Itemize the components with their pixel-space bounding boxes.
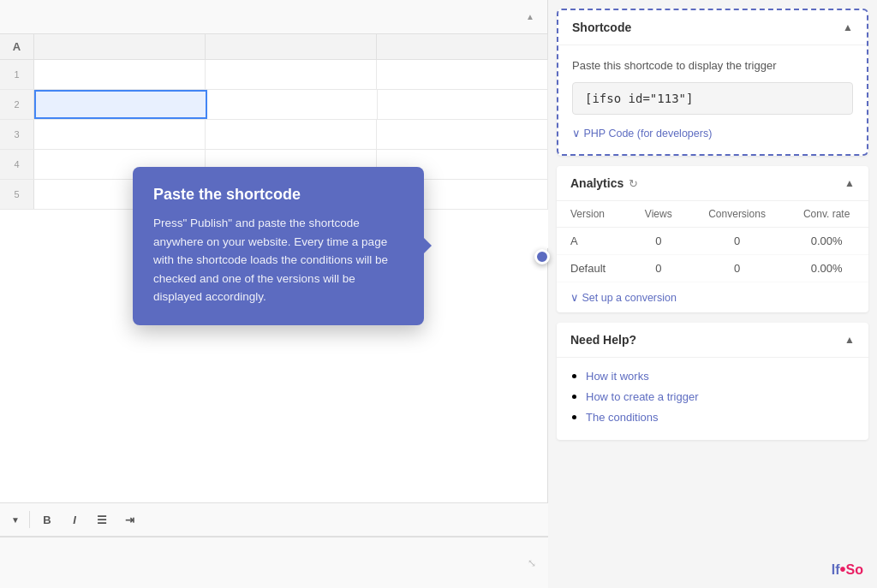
help-links-list: How it worksHow to create a triggerThe c… [570, 368, 855, 425]
list-item: How to create a trigger [586, 389, 855, 404]
editor-bottombar: ⤡ [0, 537, 548, 588]
table-header-row: Version Views Conversions Conv. rate [557, 201, 868, 228]
col-header-a: A [0, 34, 34, 59]
analytics-panel: Analytics ↻ ▲ Version Views Conversions … [557, 166, 868, 312]
shortcode-panel-title: Shortcode [572, 21, 631, 34]
help-panel: Need Help? ▲ How it worksHow to create a… [557, 323, 868, 440]
views-cell: 0 [628, 228, 689, 255]
scroll-up-button[interactable]: ▲ [522, 9, 539, 26]
table-row: 2 [0, 90, 548, 120]
row-cell[interactable] [377, 60, 548, 89]
spreadsheet-header: A [0, 34, 548, 60]
resize-handle[interactable]: ⤡ [528, 557, 540, 569]
col-conv-rate: Conv. rate [785, 201, 868, 228]
analytics-panel-header: Analytics ↻ ▲ [557, 166, 868, 201]
table-row: 3 [0, 120, 548, 150]
toolbar-divider [29, 511, 30, 528]
conv-rate-cell: 0.00% [785, 255, 868, 282]
indent-button[interactable]: ⇥ [119, 509, 140, 530]
help-toggle-button[interactable]: ▲ [844, 334, 855, 346]
help-link[interactable]: The conditions [586, 411, 659, 424]
logo-so: So [846, 562, 863, 578]
logo-if: If [832, 562, 840, 578]
conversions-cell: 0 [689, 255, 785, 282]
row-num: 5 [0, 180, 34, 209]
help-panel-body: How it worksHow to create a triggerThe c… [557, 358, 868, 440]
set-up-conversion-link[interactable]: ∨ Set up a conversion [557, 282, 868, 312]
list-item: How it works [586, 368, 855, 383]
shortcode-toggle-button[interactable]: ▲ [843, 21, 853, 33]
row-cell[interactable] [377, 120, 548, 149]
row-num: 1 [0, 60, 34, 89]
conversions-cell: 0 [689, 228, 785, 255]
shortcode-value[interactable]: [ifso id="113"] [572, 82, 853, 115]
col-header-2 [206, 34, 377, 59]
help-panel-title: Need Help? [570, 333, 636, 347]
shortcode-panel-body: Paste this shortcode to display the trig… [558, 45, 867, 154]
tooltip-title: Paste the shortcode [153, 186, 403, 204]
version-cell: A [557, 228, 628, 255]
help-link[interactable]: How it works [586, 370, 649, 383]
connector-dot [534, 249, 550, 264]
table-row: A 0 0 0.00% [557, 228, 868, 255]
selected-cell[interactable] [34, 90, 207, 119]
row-cell[interactable] [207, 90, 378, 119]
shortcode-panel-header: Shortcode ▲ [558, 10, 867, 45]
help-panel-header: Need Help? ▲ [557, 323, 868, 358]
tooltip-body: Press" Publish" and paste the shortcode … [153, 214, 403, 306]
table-row: Default 0 0 0.00% [557, 255, 868, 282]
col-header-3 [377, 34, 548, 59]
toolbar-dropdown[interactable]: ▼ [9, 509, 22, 530]
version-cell: Default [557, 255, 628, 282]
list-item: The conditions [586, 409, 855, 425]
row-cell[interactable] [206, 120, 377, 149]
editor-topbar: ▲ [0, 0, 547, 34]
col-version: Version [557, 201, 628, 228]
php-code-link[interactable]: ∨ PHP Code (for developers) [572, 128, 712, 140]
bold-button[interactable]: B [37, 509, 57, 530]
shortcode-description: Paste this shortcode to display the trig… [572, 59, 853, 72]
col-header-1 [34, 34, 206, 59]
right-sidebar: Shortcode ▲ Paste this shortcode to disp… [548, 0, 877, 588]
col-conversions: Conversions [689, 201, 785, 228]
editor-toolbar: ▼ B I ☰ ⇥ [0, 502, 548, 537]
row-cell[interactable] [378, 90, 548, 119]
italic-button[interactable]: I [64, 509, 85, 530]
analytics-title-row: Analytics ↻ [570, 176, 638, 190]
logo-dot: • [840, 560, 846, 579]
shortcode-panel: Shortcode ▲ Paste this shortcode to disp… [557, 9, 868, 156]
analytics-title: Analytics [570, 176, 623, 190]
editor-area: ▲ A 1 2 3 4 [0, 0, 548, 588]
row-cell[interactable] [34, 120, 206, 149]
tooltip-popup: Paste the shortcode Press" Publish" and … [133, 167, 424, 325]
row-num: 3 [0, 120, 34, 149]
row-cell[interactable] [206, 60, 377, 89]
refresh-icon[interactable]: ↻ [629, 177, 638, 190]
table-row: 1 [0, 60, 548, 90]
row-num: 4 [0, 150, 34, 179]
analytics-toggle-button[interactable]: ▲ [844, 177, 855, 189]
views-cell: 0 [628, 255, 689, 282]
row-num: 2 [0, 90, 34, 119]
logo: If•So [832, 560, 863, 579]
row-cell[interactable] [34, 60, 206, 89]
analytics-table: Version Views Conversions Conv. rate A 0… [557, 201, 868, 282]
col-views: Views [628, 201, 689, 228]
list-button[interactable]: ☰ [92, 509, 112, 530]
help-link[interactable]: How to create a trigger [586, 390, 699, 403]
conv-rate-cell: 0.00% [785, 228, 868, 255]
